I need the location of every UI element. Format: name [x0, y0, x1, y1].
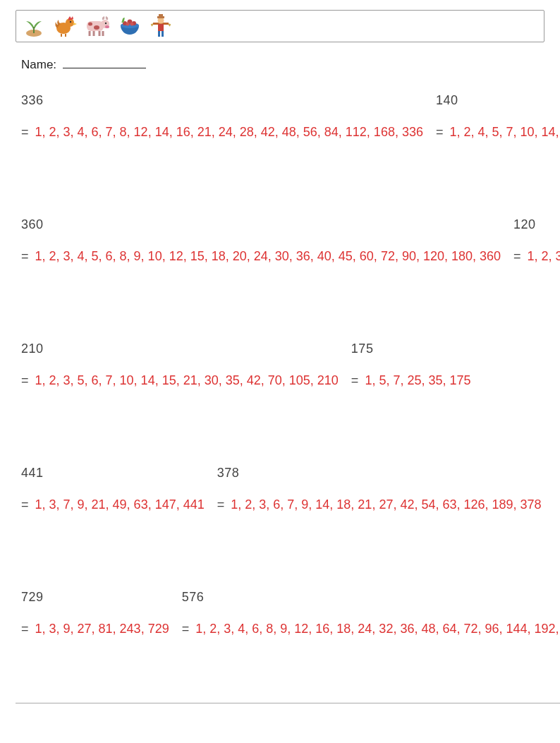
problem-number: 729 [21, 590, 169, 605]
worksheet-header [16, 10, 544, 42]
problem-cell: 360= 1, 2, 3, 4, 5, 6, 8, 9, 10, 12, 15,… [21, 217, 501, 264]
problem-row: 360= 1, 2, 3, 4, 5, 6, 8, 9, 10, 12, 15,… [21, 217, 560, 264]
svg-point-22 [130, 23, 134, 26]
svg-rect-1 [33, 27, 35, 33]
problem-answer: = 1, 2, 3, 5, 6, 7, 10, 14, 15, 21, 30, … [21, 373, 339, 388]
name-blank-line[interactable] [63, 58, 146, 68]
factors-list: 1, 2, 4, 5, 7, 10, 14, 20, 28, 35, 70, 1… [446, 125, 560, 139]
problem-answer: = 1, 2, 4, 5, 7, 10, 14, 20, 28, 35, 70,… [436, 125, 560, 140]
problem-answer: = 1, 5, 7, 25, 35, 175 [351, 373, 471, 388]
problems-area: 336= 1, 2, 3, 4, 6, 7, 8, 12, 14, 16, 21… [21, 93, 560, 714]
problem-row: 210= 1, 2, 3, 5, 6, 7, 10, 14, 15, 21, 3… [21, 342, 560, 388]
problem-row: 729= 1, 3, 9, 27, 81, 243, 729576= 1, 2,… [21, 590, 560, 636]
svg-rect-28 [158, 31, 160, 37]
equals-sign: = [217, 497, 225, 512]
name-field: Name: [21, 58, 560, 72]
footer-divider [16, 703, 560, 703]
problem-cell: 120= 1, 2, 3, 4, 5, 6, 8, 10, 12, 15, 20… [513, 217, 560, 264]
factors-list: 1, 2, 3, 4, 6, 8, 9, 12, 16, 18, 24, 32,… [192, 622, 560, 636]
svg-point-10 [105, 25, 109, 28]
svg-point-9 [105, 23, 106, 24]
problem-number: 175 [351, 342, 471, 356]
problem-cell: 576= 1, 2, 3, 4, 6, 8, 9, 12, 16, 18, 24… [182, 590, 560, 636]
problem-cell: 378= 1, 2, 3, 6, 7, 9, 14, 18, 21, 27, 4… [217, 466, 542, 512]
equals-sign: = [21, 373, 29, 387]
equals-sign: = [513, 249, 521, 263]
problem-answer: = 1, 2, 3, 4, 5, 6, 8, 10, 12, 15, 20, 2… [513, 249, 560, 264]
problem-number: 576 [182, 590, 560, 605]
svg-point-21 [126, 23, 130, 26]
sprout-icon [22, 14, 46, 38]
problem-answer: = 1, 2, 3, 4, 6, 8, 9, 12, 16, 18, 24, 3… [182, 622, 560, 636]
problem-cell: 336= 1, 2, 3, 4, 6, 7, 8, 12, 14, 16, 21… [21, 93, 423, 140]
problem-answer: = 1, 3, 9, 27, 81, 243, 729 [21, 622, 169, 636]
problem-cell: 729= 1, 3, 9, 27, 81, 243, 729 [21, 590, 169, 636]
problem-number: 360 [21, 217, 501, 232]
problem-number: 336 [21, 93, 423, 108]
name-label: Name: [21, 58, 56, 71]
scarecrow-icon [149, 14, 173, 38]
svg-point-11 [88, 23, 92, 26]
problem-number: 441 [21, 466, 205, 481]
factors-list: 1, 2, 3, 4, 5, 6, 8, 9, 10, 12, 15, 18, … [32, 249, 501, 263]
bowl-icon [118, 14, 142, 38]
equals-sign: = [436, 125, 444, 139]
problem-number: 140 [436, 93, 560, 108]
problem-cell: 140= 1, 2, 4, 5, 7, 10, 14, 20, 28, 35, … [436, 93, 560, 140]
problem-cell: 210= 1, 2, 3, 5, 6, 7, 10, 14, 15, 21, 3… [21, 342, 339, 388]
equals-sign: = [182, 622, 190, 636]
problem-answer: = 1, 3, 7, 9, 21, 49, 63, 147, 441 [21, 497, 205, 512]
problem-row: 336= 1, 2, 3, 4, 6, 7, 8, 12, 14, 16, 21… [21, 93, 560, 140]
svg-rect-27 [158, 24, 164, 31]
svg-rect-29 [162, 31, 164, 37]
factors-list: 1, 2, 3, 4, 5, 6, 8, 10, 12, 15, 20, 24,… [524, 249, 560, 263]
svg-rect-26 [159, 14, 163, 17]
problem-number: 210 [21, 342, 339, 356]
problem-cell: 441= 1, 3, 7, 9, 21, 49, 63, 147, 441 [21, 466, 205, 512]
problem-number: 378 [217, 466, 542, 481]
equals-sign: = [21, 622, 29, 636]
problem-row: 441= 1, 3, 7, 9, 21, 49, 63, 147, 441378… [21, 466, 560, 512]
problem-number: 120 [513, 217, 560, 232]
equals-sign: = [21, 125, 29, 139]
factors-list: 1, 3, 7, 9, 21, 49, 63, 147, 441 [32, 497, 205, 512]
equals-sign: = [21, 249, 29, 263]
factors-list: 1, 5, 7, 25, 35, 175 [361, 373, 470, 387]
factors-list: 1, 2, 3, 4, 6, 7, 8, 12, 14, 16, 21, 24,… [32, 125, 423, 139]
cow-icon [84, 14, 111, 38]
factors-list: 1, 2, 3, 5, 6, 7, 10, 14, 15, 21, 30, 35… [32, 373, 339, 387]
svg-point-12 [94, 25, 99, 30]
equals-sign: = [351, 373, 359, 387]
factors-list: 1, 3, 9, 27, 81, 243, 729 [32, 622, 169, 636]
factors-list: 1, 2, 3, 6, 7, 9, 14, 18, 21, 27, 42, 54… [227, 497, 541, 512]
chicken-icon [53, 14, 77, 38]
problem-answer: = 1, 2, 3, 6, 7, 9, 14, 18, 21, 27, 42, … [217, 497, 542, 512]
svg-point-4 [70, 21, 71, 23]
problem-answer: = 1, 2, 3, 4, 5, 6, 8, 9, 10, 12, 15, 18… [21, 249, 501, 264]
equals-sign: = [21, 497, 29, 512]
problem-answer: = 1, 2, 3, 4, 6, 7, 8, 12, 14, 16, 21, 2… [21, 125, 423, 140]
problem-cell: 175= 1, 5, 7, 25, 35, 175 [351, 342, 471, 388]
